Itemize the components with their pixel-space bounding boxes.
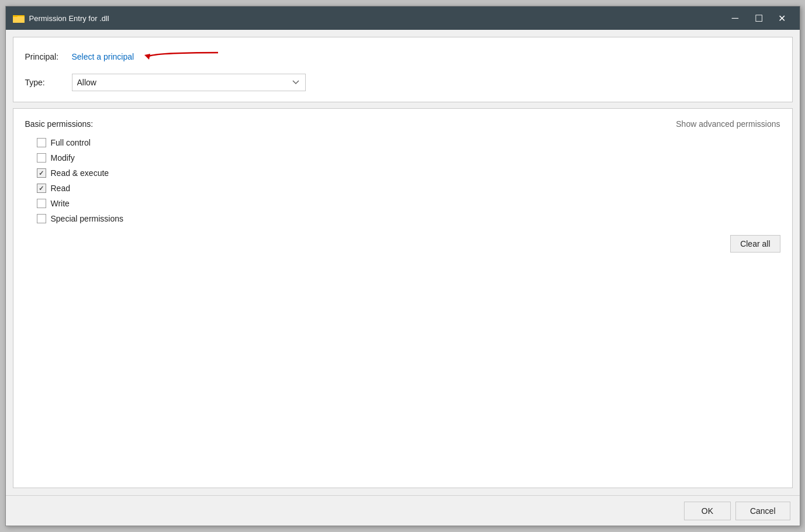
label-read: Read [51,184,70,193]
svg-rect-2 [13,15,18,17]
checkbox-read-execute[interactable] [37,168,46,178]
basic-permissions-section: Basic permissions: Show advanced permiss… [13,108,793,488]
permissions-list: Full control Modify Read & execute Read [25,138,780,223]
window-controls: ─ ☐ ✕ [725,9,793,27]
type-select[interactable]: Allow Deny [72,74,306,91]
type-row: Type: Allow Deny [25,74,780,91]
permission-entry-dialog: Permission Entry for .dll ─ ☐ ✕ Principa… [5,6,800,526]
permissions-header: Basic permissions: Show advanced permiss… [25,119,780,129]
show-advanced-link[interactable]: Show advanced permissions [676,119,780,129]
basic-permissions-label: Basic permissions: [25,119,94,129]
label-full-control: Full control [51,138,91,147]
principal-row: Principal: Select a principal [25,48,780,65]
checkbox-special[interactable] [37,214,46,223]
checkbox-full-control[interactable] [37,138,46,147]
select-principal-link[interactable]: Select a principal [72,52,134,61]
window-title: Permission Entry for .dll [29,14,725,23]
window-body: Principal: Select a principal Type: Allo… [6,30,800,495]
maximize-button[interactable]: ☐ [748,9,769,27]
permission-write: Write [37,199,780,208]
permission-read: Read [37,184,780,193]
label-special: Special permissions [51,214,124,223]
checkbox-modify[interactable] [37,153,46,163]
minimize-button[interactable]: ─ [725,9,746,27]
red-arrow-icon [142,48,224,65]
cancel-button[interactable]: Cancel [735,502,790,520]
close-button[interactable]: ✕ [772,9,793,27]
principal-label: Principal: [25,52,66,61]
clear-all-button[interactable]: Clear all [730,235,780,253]
svg-rect-1 [13,16,25,23]
permission-modify: Modify [37,153,780,163]
clear-all-area: Clear all [25,235,780,253]
type-label: Type: [25,78,66,87]
checkbox-read[interactable] [37,184,46,193]
permission-special: Special permissions [37,214,780,223]
bottom-bar: OK Cancel [6,495,800,526]
label-modify: Modify [51,153,75,163]
title-bar: Permission Entry for .dll ─ ☐ ✕ [6,6,800,30]
label-write: Write [51,199,70,208]
permission-full-control: Full control [37,138,780,147]
ok-button[interactable]: OK [684,502,731,520]
svg-marker-3 [144,54,150,60]
label-read-execute: Read & execute [51,168,109,178]
permission-read-execute: Read & execute [37,168,780,178]
folder-icon [13,13,25,23]
checkbox-write[interactable] [37,199,46,208]
arrow-annotation [142,48,224,65]
principal-type-section: Principal: Select a principal Type: Allo… [13,37,793,102]
